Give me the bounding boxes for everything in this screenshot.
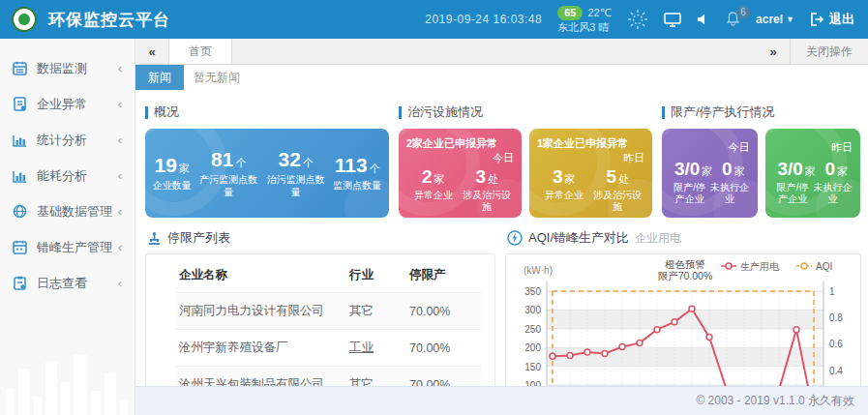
tabs-scroll-left-button[interactable]: « xyxy=(135,39,168,64)
sidebar-item-label: 数据监测 xyxy=(37,60,87,77)
svg-text:限产70.00%: 限产70.00% xyxy=(658,270,713,282)
wind-condition-label: 东北风3 晴 xyxy=(557,20,612,34)
sidebar: 数据监测 ‹ 企业异常 ‹ 统计分析 ‹ 能耗分析 ‹ 基础数据管理 ‹ 错峰生… xyxy=(0,39,135,415)
section-treatment: 治污设施情况 2家企业已申报异常 今日 2家 3处 异常企业涉及治污设施 1家企… xyxy=(399,98,652,218)
svg-text:AQI: AQI xyxy=(816,261,832,272)
aqi-badge: 65 xyxy=(557,6,583,20)
logout-label: 退出 xyxy=(829,11,854,28)
notification-badge: 6 xyxy=(736,6,750,19)
monitor-icon[interactable] xyxy=(664,13,681,27)
sidebar-item-label: 企业异常 xyxy=(37,96,87,113)
skyline-watermark xyxy=(0,347,134,415)
svg-text:0.8: 0.8 xyxy=(829,312,843,323)
calendar-grid-icon xyxy=(13,61,28,76)
document-icon xyxy=(13,97,28,112)
enterprise-power-link[interactable]: 企业用电 xyxy=(635,230,681,247)
sidebar-item-peak-production[interactable]: 错峰生产管理 ‹ xyxy=(0,229,135,265)
svg-text:橙色预警: 橙色预警 xyxy=(665,258,705,270)
sidebar-item-log-view[interactable]: 日志查看 ‹ xyxy=(0,265,135,301)
aqi-chart-section: AQI/错峰生产对比 企业用电 3503002502001501005010.8… xyxy=(505,227,861,386)
chevron-left-icon: ‹ xyxy=(118,97,122,111)
bar-chart-icon xyxy=(13,168,28,184)
svg-text:(kW·h): (kW·h) xyxy=(524,265,553,276)
svg-text:200: 200 xyxy=(524,342,541,353)
limit-card-yesterday: 昨日 3/0家 0家 限产/停产企业未执行企业 xyxy=(765,129,861,218)
main-content: 概况 19家 企业数量 81个 产污监测点数量 32个 治污监测点数量 113个… xyxy=(135,90,868,386)
svg-text:0.6: 0.6 xyxy=(829,339,843,349)
datetime-display: 2019-09-24 16:03:48 xyxy=(425,13,542,26)
col-header-stop-limit: 停限产 xyxy=(405,258,481,293)
chevron-left-icon: ‹ xyxy=(118,276,122,290)
section-limit: 限产/停产执行情况 今日 3/0家 0家 限产/停产企业未执行企业 昨日 3/0… xyxy=(662,98,860,218)
sidebar-item-base-data[interactable]: 基础数据管理 ‹ xyxy=(0,193,135,229)
svg-text:250: 250 xyxy=(524,324,541,335)
section-treatment-title: 治污设施情况 xyxy=(407,104,483,121)
tab-bar: « 首页 » 关闭操作 xyxy=(135,39,868,65)
svg-text:350: 350 xyxy=(524,286,541,297)
svg-text:300: 300 xyxy=(524,305,541,315)
table-row[interactable]: 河南同力电力设计有限公司其它70.00% xyxy=(175,293,481,330)
section-overview-title: 概况 xyxy=(154,104,179,121)
table-row[interactable]: 沧州宇新养殖设备厂工业70.00% xyxy=(175,330,481,367)
bar-chart-icon xyxy=(13,133,28,148)
footer: © 2003 - 2019 v1.1.0 永久有效 xyxy=(135,386,868,415)
aqi-chart-title: AQI/错峰生产对比 xyxy=(528,229,629,247)
tab-home[interactable]: 首页 xyxy=(168,39,232,64)
aqi-chart-panel: 3503002502001501005010.80.60.40.2(kW·h)橙… xyxy=(505,253,861,386)
col-header-enterprise: 企业名称 xyxy=(175,258,345,293)
faucet-icon xyxy=(147,231,162,246)
section-overview: 概况 19家 企业数量 81个 产污监测点数量 32个 治污监测点数量 113个… xyxy=(145,98,389,218)
aqi-line-chart[interactable]: 3503002502001501005010.80.60.40.2(kW·h)橙… xyxy=(506,254,860,386)
logout-button[interactable]: 退出 xyxy=(810,11,854,28)
no-news-label: 暂无新闻 xyxy=(184,65,250,90)
stat-monitor-points: 113个 监测点数量 xyxy=(333,154,381,193)
table-row[interactable]: 沧州天兴包装制品有限公司其它70.00% xyxy=(175,367,481,387)
chevron-left-icon: ‹ xyxy=(118,240,122,254)
lightning-circle-icon xyxy=(507,230,523,246)
calendar-icon xyxy=(13,240,28,255)
svg-text:生产用电: 生产用电 xyxy=(740,261,780,272)
svg-text:0.4: 0.4 xyxy=(829,366,843,376)
sidebar-item-label: 日志查看 xyxy=(37,275,87,292)
stat-enterprise-count: 19家 企业数量 xyxy=(153,154,192,193)
sidebar-item-data-monitoring[interactable]: 数据监测 ‹ xyxy=(0,50,135,86)
sidebar-item-label: 基础数据管理 xyxy=(37,203,112,221)
globe-icon xyxy=(13,204,28,220)
tab-news[interactable]: 新闻 xyxy=(135,65,184,90)
chevron-left-icon: ‹ xyxy=(118,61,122,75)
tabs-scroll-right-button[interactable]: » xyxy=(757,39,790,64)
user-menu[interactable]: acrel ▼ xyxy=(756,13,794,26)
stat-pollution-points: 81个 产污监测点数量 xyxy=(198,148,258,198)
sidebar-item-label: 错峰生产管理 xyxy=(37,239,112,256)
logout-icon xyxy=(810,13,824,26)
sidebar-item-enterprise-anomaly[interactable]: 企业异常 ‹ xyxy=(0,86,135,122)
weather-widget: 65 22℃ 东北风3 晴 xyxy=(557,6,612,34)
overview-card: 19家 企业数量 81个 产污监测点数量 32个 治污监测点数量 113个 监测… xyxy=(145,129,389,218)
stop-limit-list-section: 停限产列表 企业名称 行业 停限产 河南同力电力设计有限公司其它70.00% xyxy=(145,227,495,386)
stop-limit-table: 企业名称 行业 停限产 河南同力电力设计有限公司其它70.00% 沧州宇新养殖设… xyxy=(175,258,481,386)
stop-limit-table-panel: 企业名称 行业 停限产 河南同力电力设计有限公司其它70.00% 沧州宇新养殖设… xyxy=(145,253,495,386)
treatment-card-yesterday: 1家企业已申报异常 昨日 3家 5处 异常企业涉及治污设施 xyxy=(529,129,652,218)
sidebar-item-statistics[interactable]: 统计分析 ‹ xyxy=(0,122,135,158)
section-limit-title: 限产/停产执行情况 xyxy=(671,104,775,121)
news-subtabs: 新闻 暂无新闻 xyxy=(135,65,868,90)
stop-limit-list-title: 停限产列表 xyxy=(167,229,230,247)
app-header: 环保监控云平台 2019-09-24 16:03:48 65 22℃ 东北风3 … xyxy=(0,0,868,39)
app-logo-icon xyxy=(12,7,37,32)
chevron-left-icon: ‹ xyxy=(118,168,122,183)
weather-sun-icon xyxy=(627,9,648,30)
username-label: acrel xyxy=(756,13,783,26)
close-operations-button[interactable]: 关闭操作 xyxy=(790,39,868,64)
chevron-left-icon: ‹ xyxy=(118,133,122,147)
sidebar-item-label: 统计分析 xyxy=(37,132,87,149)
svg-text:150: 150 xyxy=(524,362,541,372)
speaker-icon[interactable] xyxy=(697,13,710,26)
chevron-down-icon: ▼ xyxy=(786,15,794,24)
clipboard-icon xyxy=(13,276,28,291)
col-header-industry: 行业 xyxy=(345,258,405,293)
svg-text:1: 1 xyxy=(829,286,835,297)
bell-icon[interactable]: 6 xyxy=(726,12,740,27)
app-title: 环保监控云平台 xyxy=(48,9,170,31)
sidebar-item-energy-analysis[interactable]: 能耗分析 ‹ xyxy=(0,158,135,193)
treatment-card-today: 2家企业已申报异常 今日 2家 3处 异常企业涉及治污设施 xyxy=(399,129,522,218)
